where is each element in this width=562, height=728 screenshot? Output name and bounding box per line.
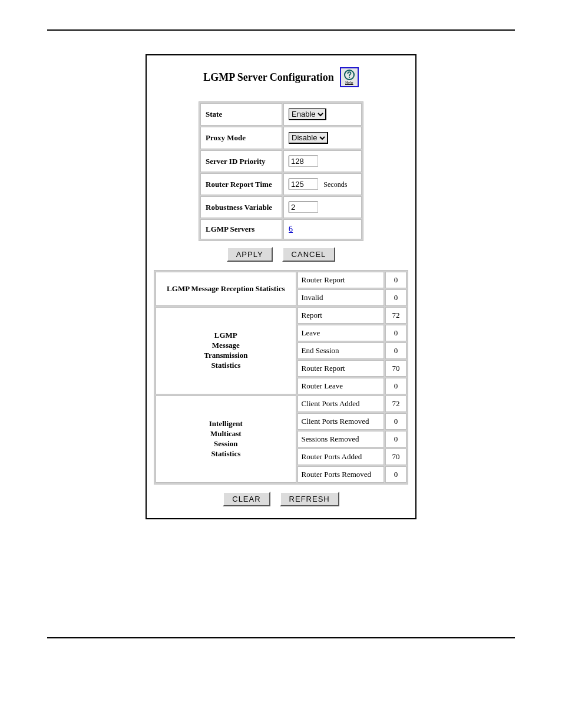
server-id-priority-label: Server ID Priority [200,150,282,172]
help-button[interactable]: Help [340,67,359,87]
proxy-mode-select[interactable]: Disable [289,132,328,144]
page-title: LGMP Server Configuration [203,71,334,84]
tx-router-report-value: 70 [385,360,406,377]
rx-router-report-label: Router Report [297,272,384,288]
refresh-button[interactable]: REFRESH [280,492,339,506]
im-client-ports-added-value: 72 [385,396,406,412]
im-client-ports-removed-label: Client Ports Removed [297,413,384,430]
lgmp-servers-label: LGMP Servers [200,219,282,239]
state-label: State [200,103,282,126]
im-router-ports-removed-label: Router Ports Removed [297,466,384,483]
svg-point-1 [349,77,350,78]
tx-leave-value: 0 [385,325,406,341]
config-table: State Enable Proxy Mode Disable Server I… [199,101,363,241]
rx-invalid-label: Invalid [297,289,384,306]
robustness-variable-input[interactable] [289,202,318,213]
rx-stats-title: LGMP Message Reception Statistics [156,272,296,306]
im-router-ports-added-label: Router Ports Added [297,449,384,465]
clear-button[interactable]: CLEAR [223,492,270,506]
tx-report-value: 72 [385,307,406,324]
im-sessions-removed-label: Sessions Removed [297,431,384,447]
lgmp-servers-link[interactable]: 6 [289,225,293,233]
state-select[interactable]: Enable [289,108,326,120]
im-router-ports-removed-value: 0 [385,466,406,483]
tx-report-label: Report [297,307,384,324]
tx-stats-title: LGMP Message Transmission Statistics [156,307,296,394]
im-router-ports-added-value: 70 [385,449,406,465]
help-label: Help [345,81,353,85]
stats-table: LGMP Message Reception Statistics Router… [154,270,408,485]
panel-header: LGMP Server Configuration Help [154,67,408,87]
server-id-priority-input[interactable] [289,156,318,167]
im-client-ports-added-label: Client Ports Added [297,396,384,412]
question-icon [344,70,355,80]
tx-end-session-label: End Session [297,342,384,359]
tx-router-report-label: Router Report [297,360,384,377]
robustness-variable-label: Robustness Variable [200,196,282,218]
im-client-ports-removed-value: 0 [385,413,406,430]
tx-router-leave-value: 0 [385,378,406,394]
rx-router-report-value: 0 [385,272,406,288]
im-stats-title: Intelligent Multicast Session Statistics [156,396,296,483]
router-report-time-label: Router Report Time [200,173,282,195]
rx-invalid-value: 0 [385,289,406,306]
router-report-time-input[interactable] [289,179,318,190]
tx-leave-label: Leave [297,325,384,341]
tx-router-leave-label: Router Leave [297,378,384,394]
proxy-mode-label: Proxy Mode [200,127,282,149]
config-panel: LGMP Server Configuration Help State Ena… [146,54,416,519]
cancel-button[interactable]: CANCEL [282,247,336,262]
apply-button[interactable]: APPLY [227,247,273,262]
tx-end-session-value: 0 [385,342,406,359]
im-sessions-removed-value: 0 [385,431,406,447]
seconds-suffix: Seconds [323,180,347,189]
